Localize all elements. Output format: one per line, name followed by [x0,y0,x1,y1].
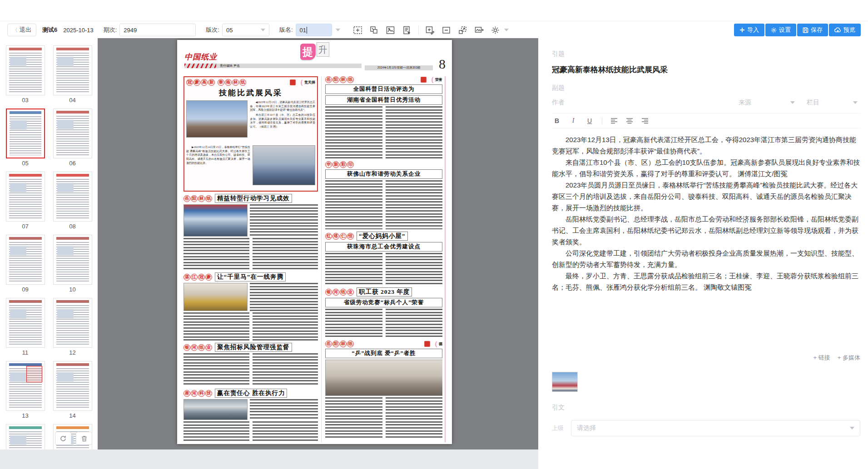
page-thumbnail-item[interactable]: 15 [6,424,45,449]
gear-dropdown-caret[interactable] [504,29,509,31]
article-stamps: 华新彩印 [325,161,354,168]
stamp-char: 高 [201,79,208,86]
article-photo-thumbnail[interactable] [552,372,578,392]
article-title-field[interactable]: 冠豪高新泰格林纸技能比武展风采 [552,64,860,75]
article-header: 银河纸业职工获 2023 年度 [325,287,442,296]
page-name-dropdown-caret[interactable] [336,29,340,31]
add-media-button[interactable]: + 多媒体 [838,354,860,362]
newspaper-article[interactable]: 星河科技赢在责任心 胜在执行力 [184,389,318,442]
subtitle-field[interactable]: 副题 [552,84,860,92]
page-thumbnail[interactable] [53,172,92,222]
page-thumbnail[interactable] [53,109,92,158]
page-thumbnail-item[interactable]: 08 [53,172,92,233]
canvas-scroll-strip[interactable] [0,449,538,469]
column-select[interactable]: 栏目 [807,99,860,107]
page-thumbnail-item[interactable]: 13 [6,361,45,422]
underline-button[interactable]: U [585,117,594,124]
page-thumbnail[interactable] [6,424,45,449]
page-thumbnail-item[interactable]: 12 [53,298,92,359]
page-thumbnail[interactable] [53,298,92,348]
page-thumbnail[interactable] [6,109,45,158]
page-name-input[interactable]: 01 [296,24,332,36]
page-thumbnail-item[interactable]: 07 [6,172,45,233]
align-center-icon[interactable] [626,118,633,124]
page-thumbnail[interactable] [6,45,45,95]
align-right-icon[interactable] [641,118,649,124]
page-thumbnail[interactable] [6,235,45,285]
article-frame-icon[interactable] [402,25,412,35]
article-header: 岳阳林纸（德 [325,341,442,347]
text-columns [184,353,318,386]
thumbnail-masthead [9,48,42,50]
article-stamp: 冠豪高新 [186,79,215,86]
article-header: 华新彩印 [325,161,442,168]
edition-select[interactable]: 05 [222,24,269,36]
badge-text: 荣誉 [435,77,442,82]
article-body-editor[interactable]: 2023年12月13日，冠豪高新代表湛江经开区总工会，夺得2023年湛江市第三届… [552,134,860,325]
settings-gear-icon[interactable] [491,25,501,35]
page-thumbnail[interactable] [6,361,45,411]
page-thumbnail-item[interactable]: 03 [6,45,45,107]
layout-canvas[interactable]: 中国纸业 责任编辑 尹念 提 升 2024年1月1日/星期一/总第303期 8 … [98,38,538,449]
body-text-placeholder [386,309,443,338]
stamp-char: 林 [198,195,205,202]
toolbar-separator [418,25,419,35]
newspaper-article[interactable]: 冠豪高新泰格林纸（竞天择技能比武展风采◀2023年12月13日，冠豪高新代表湛江… [184,76,318,192]
add-frame-icon[interactable] [353,25,363,35]
import-label: 导入 [747,26,759,34]
import-button[interactable]: 导入 [734,24,764,36]
source-select[interactable]: 来源 [739,99,807,107]
newspaper-article[interactable]: 红塔仁恒“爱心妈妈小屋”获珠海市总工会优秀建设点 [325,232,442,285]
page-thumbnail[interactable] [53,45,92,95]
page-thumbnail[interactable] [6,298,45,348]
page-thumbnail-item[interactable]: 14 [53,361,92,422]
newspaper-article[interactable]: 岳阳林纸精益转型行动学习见成效 [184,194,318,270]
issue-input[interactable]: 2949 [119,24,196,36]
settings-button[interactable]: 设置 [765,24,796,36]
stamp-char: 河 [191,390,198,397]
newspaper-article[interactable]: 银河纸业职工获 2023 年度省级劳动竞赛“标兵个人”荣誉 [325,287,442,338]
newspaper-article[interactable]: 岳阳林纸（德“乒”战到底 爱“乒”者胜 [325,341,442,439]
page-thumbnail-item[interactable]: 10 [53,235,92,296]
page-thumbnail-item[interactable]: 04 [53,45,92,107]
save-button[interactable]: 保存 [797,24,828,36]
page-thumbnail-item[interactable]: 09 [6,235,45,296]
align-left-icon[interactable] [610,118,618,124]
page-thumbnail[interactable] [53,235,92,285]
parent-select[interactable]: 请选择 [571,420,860,436]
author-field[interactable]: 作者 [552,99,739,107]
refresh-button[interactable] [55,432,71,445]
article-stamps: 冠豪高新泰格林纸 [186,79,246,86]
preview-button[interactable]: 预览 [829,24,861,36]
remove-frame-icon[interactable] [441,25,451,35]
bold-button[interactable]: B [553,117,561,124]
newspaper-page[interactable]: 中国纸业 责任编辑 尹念 提 升 2024年1月1日/星期一/总第303期 8 … [177,40,452,444]
add-edit-frame-icon[interactable] [425,25,435,35]
intro-title-field[interactable]: 引题 [552,50,860,58]
page-thumbnail[interactable] [53,361,92,411]
overlap-frames-icon[interactable] [369,25,379,35]
italic-button[interactable]: I [569,117,577,124]
page-thumbnail-item[interactable]: 11 [6,298,45,359]
stamp-char: 岳 [184,195,190,202]
newspaper-article[interactable]: 华新彩印获佛山市和谐劳动关系企业 [325,161,442,229]
parent-row: 上级 请选择 [552,420,860,436]
resize-frame-icon[interactable] [458,25,468,35]
page-thumbnail-label: 13 [6,412,45,419]
newspaper-article[interactable]: 岳阳林纸（荣誉全国科普日活动评选为湖南省全国科普日优秀活动 [325,76,442,159]
add-link-button[interactable]: + 链接 [813,354,830,362]
newspaper-article[interactable]: 银河纸业聚焦招标风险管理强监督 [184,343,318,386]
page-name-value: 01 [300,27,306,34]
delete-button[interactable] [76,432,92,445]
article-lead-text: ▶2023年12月14日至15日，泰格林纸举行“苦练技能 勇攀高峰”检验员技能比… [186,145,250,189]
article-stamp: 星河科技 [184,390,212,397]
page-thumbnail[interactable] [6,172,45,222]
swap-image-icon[interactable] [474,25,484,35]
page-thumbnail-item[interactable]: 05 [6,109,45,170]
newspaper-article[interactable]: 湛江冠豪让“千里马”在一线奔腾 [184,272,318,341]
thumbnail-masthead [56,237,89,240]
exit-button[interactable]: 〈 退出 [7,24,36,36]
page-thumbnail-item[interactable]: 06 [53,109,92,170]
image-frame-icon[interactable] [386,25,396,35]
newspaper-masthead: 中国纸业 责任编辑 尹念 提 升 2024年1月1日/星期一/总第303期 8 [177,40,452,75]
